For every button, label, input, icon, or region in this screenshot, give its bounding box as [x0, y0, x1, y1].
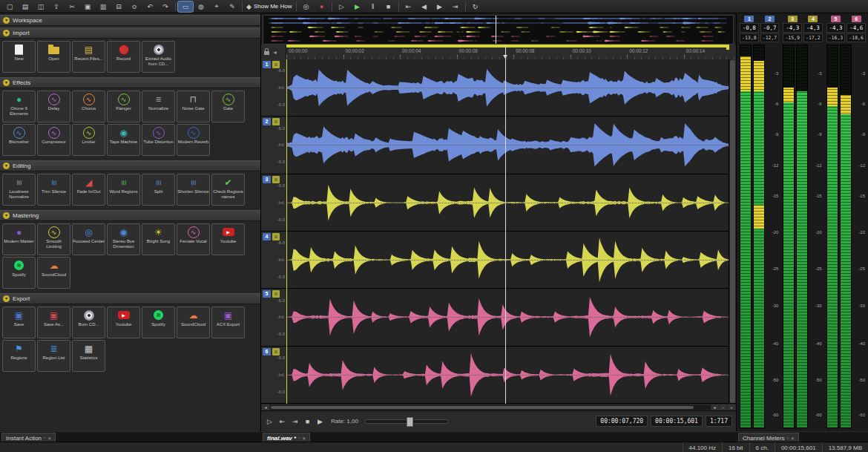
peak-readout-ch3[interactable]: -4,3 [783, 23, 802, 33]
action-bitcrusher-button[interactable]: ∿Bitcrusher [2, 124, 36, 156]
play-from-start-button[interactable]: ▷ [265, 418, 274, 425]
collapse-chevron-icon[interactable]: ▾ [3, 212, 10, 219]
mix-button[interactable]: ≎ [127, 1, 142, 12]
go-to-end-button[interactable]: ⇥ [290, 418, 300, 425]
float-icon[interactable]: ▫ [786, 436, 788, 440]
float-icon[interactable]: ▫ [44, 436, 45, 440]
action-youtube-button[interactable]: Youtube [211, 223, 245, 255]
waveform-canvas-3[interactable] [287, 174, 729, 231]
float-icon[interactable]: ▫ [298, 436, 300, 440]
channel-fx-chip-icon[interactable]: ≋ [272, 61, 280, 68]
action-bright-song-button[interactable]: ☀Bright Song [142, 223, 175, 255]
level-meter-ch5[interactable] [826, 45, 838, 428]
peak-readout-ch5[interactable]: -4,3 [826, 23, 846, 33]
play-button[interactable]: ▶ [315, 418, 325, 425]
rms-readout-ch2[interactable]: -12,7 [760, 33, 780, 42]
go-to-start-button[interactable]: ⇤ [277, 418, 287, 425]
action-gate-button[interactable]: ∿Gate [211, 91, 245, 122]
publish-button[interactable]: ⇪ [49, 1, 64, 12]
action-recent-files-button[interactable]: ▤Recent Files... [72, 41, 105, 73]
scrollbar-track[interactable] [270, 405, 711, 410]
record-options-button[interactable]: ◎ [299, 1, 314, 12]
pencil-tool-button[interactable]: ✎ [225, 1, 240, 12]
go-to-end-button[interactable]: ⇥ [448, 1, 463, 12]
action-tube-distortion-button[interactable]: ∿Tube Distortion [142, 124, 175, 156]
action-youtube-button[interactable]: Youtube [107, 307, 140, 338]
rms-readout-ch3[interactable]: -15,9 [783, 33, 802, 42]
go-to-start-button[interactable]: ⇤ [401, 1, 416, 12]
time-position-display[interactable]: 00:00:07,720 [596, 416, 648, 427]
action-regions-button[interactable]: ⚑Regions [2, 340, 36, 372]
time-total-display[interactable]: 00:00:15,601 [651, 416, 703, 427]
waveform-canvas-1[interactable] [287, 59, 729, 116]
rms-readout-ch6[interactable]: -18,6 [846, 33, 866, 42]
level-meter-ch3[interactable] [783, 45, 795, 428]
level-meter-ch6[interactable] [840, 45, 852, 428]
action-check-regions-names-button[interactable]: ✔Check Regions names [211, 174, 245, 206]
action-smooth-limiting-button[interactable]: ∿Smooth Limiting [37, 223, 70, 255]
section-header-import[interactable]: ▾Import [0, 27, 260, 39]
action-record-button[interactable]: Record [107, 41, 140, 73]
section-header-editing[interactable]: ▾Editing [0, 160, 260, 171]
vertical-scrollbar[interactable] [729, 59, 736, 404]
action-trim-silence-button[interactable]: ≡Trim Silence [37, 174, 70, 206]
waveform-canvas-2[interactable] [287, 117, 729, 173]
lock-icon[interactable] [264, 51, 269, 55]
waveform-canvas-5[interactable] [287, 289, 729, 345]
action-modern-master-button[interactable]: ●Modern Master [2, 223, 36, 255]
magnify-tool-button[interactable]: ◍ [194, 1, 208, 12]
action-extract-audio-from-cd-button[interactable]: Extract Audio from CD... [142, 41, 175, 73]
rms-readout-ch4[interactable]: -17,2 [803, 33, 823, 42]
play-all-button[interactable]: ▷ [335, 1, 349, 12]
channel-fx-chip-icon[interactable]: ≋ [272, 290, 280, 298]
action-save-as-button[interactable]: ▣Save As... [37, 307, 70, 338]
level-meter-ch4[interactable] [796, 45, 808, 428]
action-statistics-button[interactable]: ▦Statistics [72, 340, 105, 372]
vertical-scrollbar-thumb[interactable] [730, 60, 735, 403]
selection-tool-button[interactable]: ⌖ [209, 1, 224, 12]
cut-button[interactable]: ✂ [65, 1, 79, 12]
rate-slider[interactable] [365, 419, 448, 424]
action-focused-center-button[interactable]: ◎Focused Center [72, 223, 105, 255]
section-header-effects[interactable]: ▾Effects [0, 77, 260, 88]
close-icon[interactable]: ✕ [791, 436, 795, 441]
action-normalize-button[interactable]: ≡Normalize [142, 91, 175, 122]
waveform-canvas-6[interactable] [287, 347, 729, 403]
open-file-button[interactable]: ▤ [18, 1, 33, 12]
collapse-chevron-icon[interactable]: ▾ [3, 30, 10, 36]
rms-readout-ch1[interactable]: -13,8 [740, 33, 759, 42]
action-word-regions-button[interactable]: ≡Word Regions [107, 174, 140, 206]
trim-button[interactable]: ⊟ [111, 1, 126, 12]
action-shorten-silence-button[interactable]: ≡Shorten Silence [177, 174, 210, 206]
action-split-button[interactable]: ≡Split [142, 174, 175, 206]
scrollbar-thumb[interactable] [271, 406, 694, 409]
rms-readout-ch5[interactable]: -16,3 [826, 33, 846, 42]
action-chorus-button[interactable]: ∿Chorus [72, 91, 105, 122]
level-meter-ch2[interactable] [753, 45, 765, 428]
peak-readout-ch2[interactable]: -0,7 [760, 23, 780, 33]
action-spotify-button[interactable]: Spotify [2, 257, 36, 289]
action-burn-cd-button[interactable]: Burn CD... [72, 307, 105, 338]
stop-button[interactable]: ■ [381, 1, 396, 12]
section-header-export[interactable]: ▾Export [0, 293, 260, 304]
rewind-button[interactable]: ◀ [417, 1, 432, 12]
speaker-icon[interactable]: ◄ [272, 50, 277, 55]
edit-tool-button[interactable]: ▭ [178, 1, 193, 12]
waveform-canvas-4[interactable] [287, 232, 729, 288]
action-compressor-button[interactable]: ∿Compressor [37, 124, 70, 156]
action-spotify-button[interactable]: Spotify [142, 307, 175, 338]
zoom-in-button[interactable]: + [728, 404, 735, 410]
action-delay-button[interactable]: ∿Delay [37, 91, 70, 122]
action-soundcloud-button[interactable]: ☁SoundCloud [177, 307, 210, 338]
close-icon[interactable]: ✕ [47, 436, 51, 441]
channel-fx-chip-icon[interactable]: ≋ [272, 348, 280, 356]
channel-fx-chip-icon[interactable]: ≋ [272, 176, 280, 183]
save-button[interactable]: ◫ [33, 1, 48, 12]
time-extra-display[interactable]: 1:717 [706, 416, 732, 427]
new-file-button[interactable]: ▢ [2, 1, 17, 12]
action-acx-export-button[interactable]: ▣ACX Export [211, 307, 245, 338]
peak-readout-ch1[interactable]: -0,8 [740, 23, 759, 33]
peak-readout-ch6[interactable]: -4,6 [846, 23, 866, 33]
collapse-chevron-icon[interactable]: ▾ [3, 17, 10, 24]
loop-region-bar[interactable] [286, 45, 729, 48]
